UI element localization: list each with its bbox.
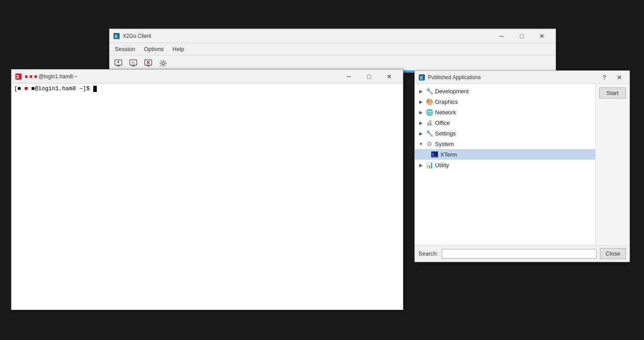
pubapp-title: Published Applications — [428, 74, 481, 80]
x2go-app-icon: X — [113, 33, 120, 40]
svg-text:$_: $_ — [432, 153, 436, 157]
pubapp-close-title-button[interactable]: ✕ — [613, 72, 626, 83]
terminal-titlebar: X ■ ■ ■ @login1.ham8:~ ─ □ ✕ — [11, 69, 403, 84]
tree-item-settings[interactable]: ▶ 🔧 Settings — [415, 128, 595, 139]
pubapp-title-left: X Published Applications — [418, 74, 481, 81]
terminal-window: X ■ ■ ■ @login1.ham8:~ ─ □ ✕ [■ ■ ■@logi… — [11, 69, 403, 310]
x2go-close-button[interactable]: ✕ — [532, 29, 552, 43]
chevron-down-icon: ▼ — [418, 142, 424, 146]
terminal-cursor — [93, 86, 97, 92]
tree-item-development[interactable]: ▶ 🔧 Development — [415, 86, 595, 96]
x2go-title-left: X X2Go Client — [113, 33, 151, 40]
terminal-title-left: X ■ ■ ■ @login1.ham8:~ — [15, 73, 77, 80]
tree-item-system[interactable]: ▼ ⚙ System — [415, 139, 595, 149]
tree-label-xterm: XTerm — [440, 151, 592, 158]
x2go-minimize-button[interactable]: ─ — [491, 29, 512, 43]
system-icon: ⚙ — [425, 140, 433, 148]
svg-text:X: X — [420, 75, 423, 80]
pubapp-footer: Search: Close — [415, 245, 629, 262]
x2go-titlebar: X X2Go Client ─ □ ✕ — [110, 29, 556, 43]
terminal-close-button[interactable]: ✕ — [379, 69, 399, 84]
chevron-right-icon: ▶ — [418, 110, 424, 115]
menu-help[interactable]: Help — [169, 45, 188, 53]
search-input[interactable] — [442, 249, 596, 259]
tree-label-development: Development — [435, 88, 592, 95]
x2go-window-controls: ─ □ ✕ — [491, 29, 552, 43]
start-button[interactable]: Start — [599, 88, 626, 99]
toolbar-new-session-button[interactable] — [111, 57, 125, 69]
x2go-menubar: Session Options Help — [110, 43, 556, 55]
toolbar-edit-session-button[interactable] — [126, 57, 140, 69]
tree-item-xterm[interactable]: $_ XTerm — [415, 149, 595, 160]
pubapp-main: ▶ 🔧 Development ▶ 🎨 Graphics ▶ 🌐 Network — [415, 84, 629, 245]
x2go-client-window: X X2Go Client ─ □ ✕ Session Options Help — [109, 29, 556, 73]
terminal-minimize-button[interactable]: ─ — [339, 69, 359, 84]
terminal-maximize-button[interactable]: □ — [359, 69, 379, 84]
chevron-right-icon: ▶ — [418, 99, 424, 104]
tree-label-settings: Settings — [435, 130, 592, 137]
x2go-maximize-button[interactable]: □ — [512, 29, 532, 43]
chevron-right-icon: ▶ — [418, 89, 424, 94]
svg-point-15 — [162, 62, 165, 65]
search-label: Search: — [418, 250, 438, 257]
development-icon: 🔧 — [425, 87, 433, 95]
chevron-right-icon: ▶ — [418, 131, 424, 136]
network-icon: 🌐 — [425, 108, 433, 116]
pubapp-titlebar: X Published Applications ? ✕ — [415, 71, 629, 84]
graphics-icon: 🎨 — [425, 98, 433, 106]
pubapp-body: ▶ 🔧 Development ▶ 🎨 Graphics ▶ 🌐 Network — [415, 84, 629, 262]
chevron-right-icon: ▶ — [418, 163, 424, 168]
close-button[interactable]: Close — [600, 248, 626, 259]
tree-item-network[interactable]: ▶ 🌐 Network — [415, 107, 595, 117]
chevron-right-icon: ▶ — [418, 121, 424, 125]
tree-item-graphics[interactable]: ▶ 🎨 Graphics — [415, 96, 595, 107]
svg-text:X: X — [16, 74, 19, 80]
tree-item-office[interactable]: ▶ 🖨 Office — [415, 117, 595, 128]
published-applications-window: X Published Applications ? ✕ ▶ 🔧 Develop… — [414, 70, 630, 262]
pubapp-help-button[interactable]: ? — [598, 72, 611, 83]
terminal-prompt-line: [■ ■ ■@login1.ham8 ~]$ — [14, 85, 400, 92]
pubapp-title-controls: ? ✕ — [598, 72, 626, 83]
pubapp-right-panel: Start — [596, 84, 629, 245]
terminal-window-controls: ─ □ ✕ — [339, 69, 399, 84]
menu-session[interactable]: Session — [111, 45, 139, 53]
toolbar-delete-session-button[interactable] — [141, 57, 155, 69]
menu-options[interactable]: Options — [140, 45, 167, 53]
svg-text:X: X — [114, 34, 118, 39]
office-icon: 🖨 — [425, 119, 433, 127]
x2go-title: X2Go Client — [123, 33, 151, 39]
utility-icon: 📊 — [425, 161, 433, 169]
toolbar-preferences-button[interactable] — [156, 57, 170, 69]
terminal-body[interactable]: [■ ■ ■@login1.ham8 ~]$ — [11, 84, 403, 310]
tree-label-network: Network — [435, 109, 592, 116]
tree-label-utility: Utility — [435, 162, 592, 168]
settings-icon: 🔧 — [425, 129, 433, 137]
tree-label-graphics: Graphics — [435, 99, 592, 105]
tree-label-system: System — [435, 141, 592, 147]
tree-label-office: Office — [435, 120, 592, 126]
xterm-icon: $_ — [431, 150, 439, 158]
pubapp-tree: ▶ 🔧 Development ▶ 🎨 Graphics ▶ 🌐 Network — [415, 84, 596, 245]
tree-item-utility[interactable]: ▶ 📊 Utility — [415, 160, 595, 170]
terminal-app-icon: X — [15, 73, 22, 80]
terminal-title: ■ ■ ■ @login1.ham8:~ — [25, 73, 77, 80]
pubapp-app-icon: X — [418, 74, 425, 81]
